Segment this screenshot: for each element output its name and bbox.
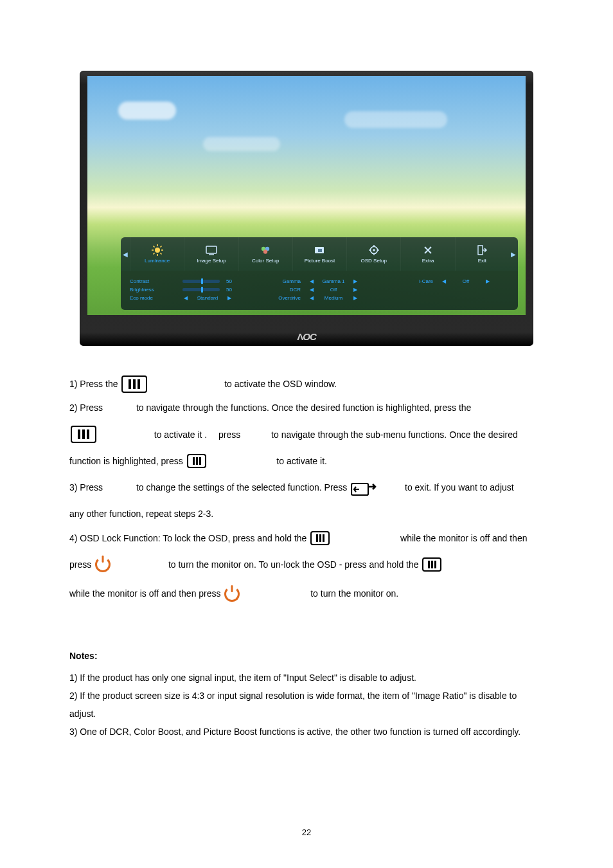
text: to exit. If you want to adjust xyxy=(405,482,514,493)
note-1: 1) If the product has only one signal in… xyxy=(69,669,544,687)
tab-image-setup[interactable]: Image Setup xyxy=(184,237,238,271)
svg-line-7 xyxy=(160,246,161,248)
step-2c: function is highlighted, press to activa… xyxy=(69,449,544,473)
tab-color-setup[interactable]: Color Setup xyxy=(238,237,292,271)
eco-value: Standard xyxy=(193,295,222,301)
step-4b: press to turn the monitor on. To un-lock… xyxy=(69,550,544,579)
menu-button-icon xyxy=(187,454,206,468)
brand-logo: ΛOC xyxy=(80,331,533,342)
right-arrow-icon[interactable]: ▶ xyxy=(352,295,359,301)
tab-label: Luminance xyxy=(145,258,170,264)
text: while the monitor is off and then xyxy=(400,533,527,543)
contrast-slider[interactable] xyxy=(182,280,220,283)
auto-exit-icon xyxy=(351,480,379,495)
row-eco[interactable]: Eco mode ◀ Standard ▶ xyxy=(121,294,253,302)
icare-label: i-Care xyxy=(395,278,437,284)
gamma-label: Gamma xyxy=(262,278,305,284)
text: 3) Press xyxy=(69,482,105,493)
icare-value: Off xyxy=(451,278,481,284)
left-arrow-icon[interactable]: ◀ xyxy=(308,295,315,301)
osd-prev-icon[interactable]: ◀ xyxy=(121,237,130,271)
text: to activate it . xyxy=(154,429,209,440)
brightness-label: Brightness xyxy=(130,287,179,293)
overdrive-label: Overdrive xyxy=(262,295,305,301)
row-icare[interactable]: i-Care ◀ Off ▶ xyxy=(386,277,518,285)
row-gamma[interactable]: Gamma ◀ Gamma 1 ▶ xyxy=(253,277,386,285)
step-3b: any other function, repeat steps 2-3. xyxy=(69,502,544,525)
tab-label: Picture Boost xyxy=(305,258,335,264)
tab-osd-setup[interactable]: OSD Setup xyxy=(346,237,400,271)
row-brightness[interactable]: Brightness 50 xyxy=(121,285,253,294)
text: to activate it. xyxy=(276,456,327,466)
text: to navigate through the sub-menu functio… xyxy=(271,429,518,440)
exit-icon xyxy=(475,244,488,256)
text: to navigate through the functions. Once … xyxy=(136,403,471,413)
step-2b: to activate it . press to navigate throu… xyxy=(69,420,544,449)
text: function is highlighted, press xyxy=(69,456,186,466)
notes-block: Notes: 1) If the product has only one si… xyxy=(69,647,544,741)
contrast-value: 50 xyxy=(226,278,239,284)
tab-luminance[interactable]: Luminance xyxy=(130,237,184,271)
tab-label: OSD Setup xyxy=(361,258,387,264)
row-contrast[interactable]: Contrast 50 xyxy=(121,277,253,285)
note-2: 2) If the product screen size is 4:3 or … xyxy=(69,687,544,723)
picture-boost-icon xyxy=(313,244,326,256)
svg-point-16 xyxy=(373,249,375,251)
step-1: 1) Press the to activate the OSD window. xyxy=(69,372,544,395)
left-arrow-icon[interactable]: ◀ xyxy=(308,278,315,284)
step-3: 3) Press to change the settings of the s… xyxy=(69,473,544,502)
right-arrow-icon[interactable]: ▶ xyxy=(352,287,359,293)
left-arrow-icon[interactable]: ◀ xyxy=(182,295,189,301)
text: to turn the monitor on. To un-lock the O… xyxy=(168,559,422,570)
tab-label: Color Setup xyxy=(252,258,279,264)
row-overdrive[interactable]: Overdrive ◀ Medium ▶ xyxy=(253,294,386,302)
text: while the monitor is off and then press xyxy=(69,589,223,599)
dcr-label: DCR xyxy=(262,287,305,293)
osd-next-icon[interactable]: ▶ xyxy=(509,237,518,271)
page: ◀ Luminance Image Setup Color Setup xyxy=(0,0,613,868)
svg-rect-9 xyxy=(206,246,217,253)
menu-button-icon xyxy=(71,426,96,443)
osd-setup-icon xyxy=(368,244,380,256)
left-arrow-icon[interactable]: ◀ xyxy=(308,287,315,293)
tab-label: Image Setup xyxy=(197,258,226,264)
text: to activate the OSD window. xyxy=(224,379,337,389)
text: 4) OSD Lock Function: To lock the OSD, p… xyxy=(69,533,309,543)
right-arrow-icon[interactable]: ▶ xyxy=(484,278,491,284)
right-arrow-icon[interactable]: ▶ xyxy=(352,278,359,284)
notes-title: Notes: xyxy=(69,647,544,665)
row-dcr[interactable]: DCR ◀ Off ▶ xyxy=(253,285,386,294)
menu-button-icon xyxy=(422,557,441,572)
power-button-icon xyxy=(95,557,111,572)
color-setup-icon xyxy=(259,244,272,256)
image-setup-icon xyxy=(205,244,218,256)
tab-extra[interactable]: Extra xyxy=(400,237,454,271)
svg-point-12 xyxy=(263,249,267,253)
brightness-slider[interactable] xyxy=(182,288,220,291)
power-button-icon xyxy=(224,586,240,602)
svg-point-0 xyxy=(155,248,160,253)
svg-rect-14 xyxy=(318,249,322,252)
text: to change the settings of the selected f… xyxy=(136,482,350,493)
text: press xyxy=(218,429,240,440)
tab-label: Extra xyxy=(422,258,434,264)
text: press xyxy=(69,559,91,570)
left-arrow-icon[interactable]: ◀ xyxy=(441,278,447,284)
right-arrow-icon[interactable]: ▶ xyxy=(226,295,233,301)
monitor-screen: ◀ Luminance Image Setup Color Setup xyxy=(87,76,526,315)
dcr-value: Off xyxy=(319,287,348,293)
monitor-mockup: ◀ Luminance Image Setup Color Setup xyxy=(80,71,533,346)
svg-line-5 xyxy=(153,246,154,248)
tab-label: Exit xyxy=(478,258,486,264)
tab-exit[interactable]: Exit xyxy=(455,237,509,271)
svg-line-8 xyxy=(153,253,154,255)
extra-icon xyxy=(422,244,434,256)
sun-icon xyxy=(151,244,164,256)
osd-overlay: ◀ Luminance Image Setup Color Setup xyxy=(121,237,518,310)
tab-picture-boost[interactable]: Picture Boost xyxy=(292,237,346,271)
gamma-value: Gamma 1 xyxy=(319,278,348,284)
text: any other function, repeat steps 2-3. xyxy=(69,509,213,520)
overdrive-value: Medium xyxy=(319,295,348,301)
text: 2) Press xyxy=(69,403,105,413)
step-4: 4) OSD Lock Function: To lock the OSD, p… xyxy=(69,526,544,550)
